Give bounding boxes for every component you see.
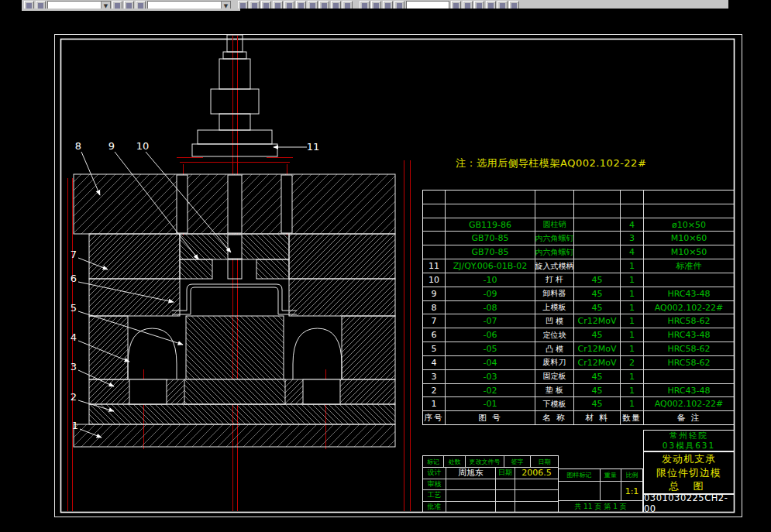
punch-flange: [184, 379, 285, 404]
parts-table-cell: 11: [423, 259, 446, 273]
drawing-number-block: 0301030225CH2-00: [643, 494, 735, 513]
callout-8: 8: [75, 140, 81, 152]
parts-table-row: 8-08上模板451AQ002.102-22#: [423, 301, 734, 315]
parts-table-cell: [574, 190, 621, 204]
spacer-right: [303, 379, 340, 404]
die-holder-row: [89, 234, 395, 279]
callout-1: 1: [72, 420, 78, 431]
parts-table-cell: GB70-85: [446, 245, 535, 259]
approve-label: 批准: [423, 502, 446, 513]
parts-table-cell: 内六角螺钉: [535, 232, 574, 245]
parts-table-cell: 3: [621, 232, 644, 245]
callout-9: 9: [108, 140, 115, 152]
parts-table-cell: 1: [621, 370, 644, 383]
org-name: 常州轻院: [669, 431, 708, 441]
parts-table-cell: M10×50: [644, 245, 734, 259]
parts-table-cell: 序号: [423, 411, 446, 424]
revision-block: 标记 处数 更改文件号 签字 日期 设计 周旭东 日期 2006.5 审核 工艺…: [422, 455, 559, 513]
parts-table-cell: GB70-85: [446, 232, 535, 245]
parts-table-cell: [621, 204, 644, 218]
callout-4: 4: [71, 331, 77, 343]
parts-table-row: GB70-85内六角螺钉3M10×60: [423, 232, 734, 245]
parts-table-cell: -10: [446, 273, 535, 287]
parts-table-cell: [535, 190, 574, 204]
parts-table-cell: 备 注: [644, 411, 734, 424]
dome-cutout-right: [293, 328, 342, 379]
punch-row: [89, 316, 395, 379]
parts-table-cell: 45: [574, 384, 621, 397]
parts-table-cell: -02: [446, 384, 535, 397]
parts-table-cell: 打 杆: [535, 273, 574, 287]
parts-table-cell: -05: [446, 342, 535, 355]
check-label: 审核: [423, 479, 446, 490]
parts-table-cell: 卸料器: [535, 287, 574, 300]
parts-table-row: 3-03固定板451: [423, 370, 734, 384]
parts-table-cell: 4: [423, 356, 446, 369]
part-name-block: 发动机支承 限位件切边模 总 图: [643, 451, 735, 494]
parts-table-cell: -04: [446, 356, 535, 369]
parts-table-cell: 1: [621, 384, 644, 397]
parts-table-cell: 45: [574, 273, 621, 287]
parts-table-cell: M10×60: [644, 232, 734, 245]
callout-11: 11: [307, 141, 320, 153]
parts-table-cell: 6: [423, 328, 446, 342]
parts-table-cell: 2: [423, 384, 446, 397]
parts-table-row: GB70-85内六角螺钉4M10×50: [423, 245, 734, 259]
parts-table-cell: -01: [446, 397, 535, 410]
parts-table-cell: 1: [621, 342, 644, 355]
parts-table-cell: 9: [423, 287, 446, 300]
scale-value: 1:1: [621, 482, 642, 500]
parts-table-cell: [423, 232, 446, 245]
parts-table-cell: 上模板: [535, 301, 574, 314]
parts-table-cell: -03: [446, 370, 535, 383]
parts-table-row: GB119-86圆柱销4ø10×50: [423, 218, 734, 232]
parts-table-cell: [644, 190, 734, 204]
parts-table-cell: [574, 232, 621, 245]
stripper-left: [180, 259, 212, 279]
rev-col-label: 处数: [444, 456, 466, 467]
parts-table-cell: 7: [423, 314, 446, 328]
parts-table-cell: 2: [621, 356, 644, 369]
process-label: 工艺: [423, 490, 446, 501]
rev-col-label: 日期: [531, 456, 558, 467]
parts-table-cell: 固定板: [535, 370, 574, 383]
die-block-right: [289, 234, 395, 279]
knockout-rod-channel: [228, 175, 242, 233]
lower-die-plate: [74, 424, 395, 447]
parts-table-cell: -07: [446, 314, 535, 328]
callout-3: 3: [71, 361, 77, 372]
parts-table-cell: 凹 模: [535, 314, 574, 328]
cad-application-window: ▼ ▼: [0, 0, 771, 532]
parts-table-cell: [574, 204, 621, 218]
date-label: 日期: [496, 468, 515, 479]
parts-table-cell: 1: [621, 273, 644, 287]
parts-table-cell: 材 料: [574, 411, 621, 424]
parts-table-row: 6-06定位块451HRC43-48: [423, 328, 734, 342]
stripper-right: [256, 259, 289, 279]
parts-table-cell: Cr12MoV: [574, 342, 621, 355]
callout-2: 2: [71, 391, 77, 403]
backing-plate: [89, 404, 395, 424]
parts-table-cell: 定位块: [535, 328, 574, 342]
parts-table-cell: 1: [621, 301, 644, 314]
parts-table-cell: [574, 245, 621, 259]
parts-table-cell: [644, 370, 734, 383]
parts-table-cell: [423, 190, 446, 204]
parts-table-cell: 圆柱销: [535, 218, 574, 232]
parts-table-row: [423, 204, 734, 218]
parts-table-cell: 废料刀: [535, 356, 574, 369]
scrap-cutter-right: [342, 316, 395, 379]
parts-table-row: 11ZJ/QY.006-01B-02旋入式模柄1标准件: [423, 259, 734, 273]
upper-die-plate: [74, 174, 395, 234]
parts-table-cell: Cr12MoV: [574, 356, 621, 369]
weight-label: 重量: [601, 469, 621, 481]
parts-table-cell: 1: [621, 287, 644, 300]
parts-table-cell: [446, 204, 535, 218]
dome-cutout-left: [128, 328, 177, 379]
parts-table-cell: ø10×50: [644, 218, 734, 232]
parts-table-cell: [574, 259, 621, 273]
parts-table-cell: [644, 273, 734, 287]
parts-table-cell: [535, 204, 574, 218]
design-label: 设计: [423, 468, 446, 479]
part-name-line2: 限位件切边模: [656, 466, 721, 480]
